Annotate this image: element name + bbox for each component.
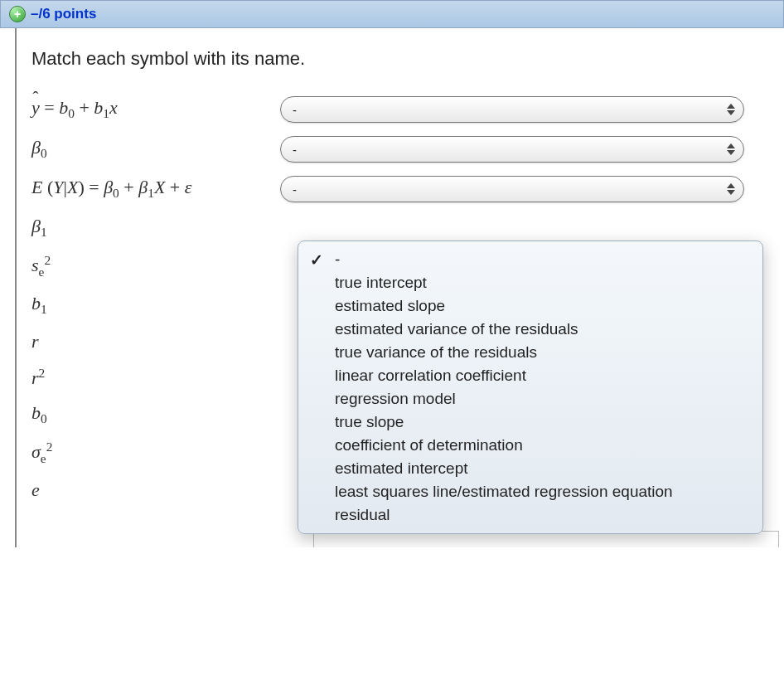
dropdown-option[interactable]: - xyxy=(298,248,762,271)
select-value: - xyxy=(293,182,297,197)
answer-select-1[interactable]: - xyxy=(280,96,744,123)
symbol-label: E (Y|X) = β0 + β1X + ε xyxy=(31,177,280,201)
dropdown-option[interactable]: least squares line/estimated regression … xyxy=(298,480,762,503)
answer-select-3[interactable]: - xyxy=(280,176,744,202)
dropdown-panel: - true intercept estimated slope estimat… xyxy=(298,241,763,534)
dropdown-option[interactable]: estimated slope xyxy=(298,294,762,318)
match-row: y = b0 + b1x - xyxy=(31,96,764,123)
match-row: E (Y|X) = β0 + β1X + ε - xyxy=(31,176,764,202)
symbol-label: r xyxy=(31,331,280,352)
stepper-icon xyxy=(725,183,737,195)
symbol-label: β0 xyxy=(31,137,280,161)
symbol-label: b1 xyxy=(31,293,280,317)
dropdown-option[interactable]: linear correlation coefficient xyxy=(298,364,762,387)
question-body: Match each symbol with its name. y = b0 … xyxy=(15,28,784,547)
symbol-label: se2 xyxy=(31,253,280,279)
select-value: - xyxy=(293,103,297,117)
symbol-label: e xyxy=(31,479,280,501)
match-row: β0 - xyxy=(31,136,764,163)
select-value: - xyxy=(293,143,297,157)
expand-icon[interactable]: + xyxy=(9,6,26,22)
question-prompt: Match each symbol with its name. xyxy=(31,48,764,70)
dropdown-option[interactable]: coefficient of determination xyxy=(298,434,762,457)
dropdown-option[interactable]: residual xyxy=(298,503,762,527)
dropdown-option[interactable]: estimated intercept xyxy=(298,457,762,480)
dropdown-option[interactable]: true variance of the residuals xyxy=(298,341,762,364)
match-row: β1 xyxy=(31,216,764,240)
answer-select-2[interactable]: - xyxy=(280,136,744,163)
symbol-label: σe2 xyxy=(31,440,280,466)
dropdown-option[interactable]: true slope xyxy=(298,411,762,434)
points-label: –/6 points xyxy=(31,6,96,22)
symbol-label: r2 xyxy=(31,366,280,389)
symbol-label: y = b0 + b1x xyxy=(31,97,280,121)
dropdown-option[interactable]: estimated variance of the residuals xyxy=(298,318,762,341)
stepper-icon xyxy=(725,143,737,155)
header-bar: + –/6 points xyxy=(0,0,784,28)
symbol-label: β1 xyxy=(31,216,280,240)
dropdown-option[interactable]: true intercept xyxy=(298,271,762,294)
stepper-icon xyxy=(725,104,737,115)
dropdown-option[interactable]: regression model xyxy=(298,387,762,411)
symbol-label: b0 xyxy=(31,402,280,426)
